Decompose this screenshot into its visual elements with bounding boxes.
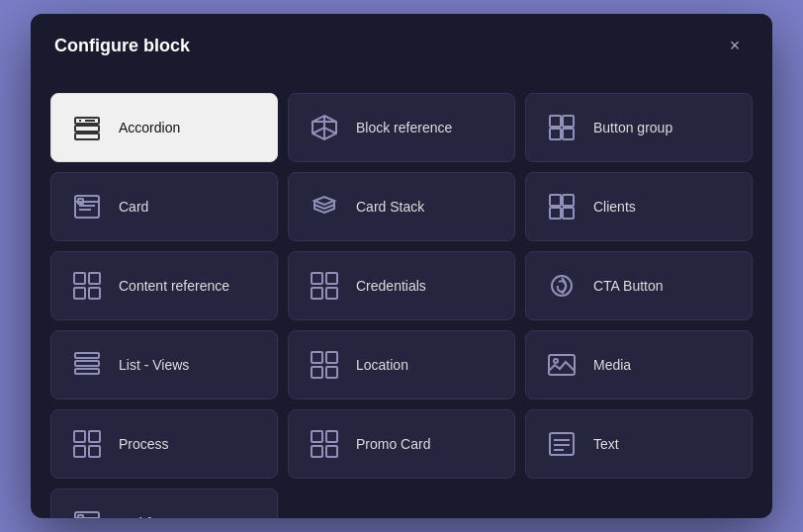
card-label: Card: [119, 198, 148, 216]
svg-rect-33: [326, 367, 337, 378]
modal-body: Accordion Block reference Button group C…: [31, 77, 772, 518]
process-label: Process: [119, 435, 169, 453]
webform-icon: [69, 505, 105, 518]
modal-title: Configure block: [54, 36, 190, 56]
cta-button-label: CTA Button: [593, 277, 664, 295]
content-reference-label: Content reference: [119, 277, 229, 295]
svg-rect-19: [89, 273, 100, 284]
svg-rect-15: [563, 195, 574, 206]
svg-rect-41: [326, 431, 337, 442]
block-item-card-stack[interactable]: Card Stack: [288, 172, 515, 241]
credentials-icon: [307, 268, 342, 304]
svg-rect-40: [312, 431, 322, 442]
text-icon: [544, 426, 580, 462]
blocks-grid: Accordion Block reference Button group C…: [50, 93, 753, 518]
block-item-accordion[interactable]: Accordion: [50, 93, 278, 162]
svg-rect-6: [563, 116, 574, 127]
clients-label: Clients: [593, 198, 636, 216]
block-item-block-reference[interactable]: Block reference: [288, 93, 515, 162]
button-group-icon: [544, 110, 580, 145]
content-reference-icon: [69, 268, 105, 304]
svg-rect-21: [89, 288, 100, 299]
svg-rect-38: [74, 446, 85, 457]
svg-rect-14: [550, 195, 561, 206]
card-icon: [69, 189, 105, 224]
list-views-label: List - Views: [119, 356, 189, 374]
webform-label: Webform: [119, 514, 175, 518]
block-item-cta-button[interactable]: CTA Button: [525, 251, 753, 320]
card-stack-label: Card Stack: [356, 198, 424, 216]
block-item-list-views[interactable]: List - Views: [50, 330, 278, 399]
svg-rect-30: [312, 352, 322, 363]
block-item-webform[interactable]: Webform: [50, 488, 278, 518]
block-item-button-group[interactable]: Button group: [525, 93, 753, 162]
block-reference-icon: [307, 110, 342, 145]
clients-icon: [544, 189, 580, 224]
svg-rect-43: [326, 446, 337, 457]
svg-rect-36: [74, 431, 85, 442]
svg-rect-29: [75, 369, 99, 374]
modal-header: Configure block ×: [31, 14, 772, 77]
block-item-media[interactable]: Media: [525, 330, 753, 399]
svg-rect-39: [89, 446, 100, 457]
block-item-location[interactable]: Location: [288, 330, 515, 399]
media-icon: [544, 347, 580, 383]
block-item-content-reference[interactable]: Content reference: [50, 251, 278, 320]
location-label: Location: [356, 356, 408, 374]
svg-rect-27: [75, 353, 99, 358]
block-item-clients[interactable]: Clients: [525, 172, 753, 241]
block-item-process[interactable]: Process: [50, 409, 278, 479]
location-icon: [307, 347, 342, 383]
close-button[interactable]: ×: [721, 32, 749, 59]
credentials-label: Credentials: [356, 277, 426, 295]
block-item-card[interactable]: Card: [50, 172, 278, 241]
svg-rect-22: [312, 273, 322, 284]
process-icon: [69, 426, 105, 462]
svg-rect-23: [326, 273, 337, 284]
svg-rect-3: [75, 126, 99, 132]
svg-rect-28: [75, 361, 99, 366]
block-item-credentials[interactable]: Credentials: [288, 251, 515, 320]
svg-rect-8: [563, 129, 574, 139]
svg-rect-34: [549, 355, 575, 375]
card-stack-icon: [307, 189, 342, 224]
configure-block-modal: Configure block × Accordion Block refere…: [31, 14, 772, 518]
svg-rect-18: [74, 273, 85, 284]
button-group-label: Button group: [593, 119, 672, 136]
accordion-icon: [69, 110, 105, 145]
svg-rect-25: [326, 288, 337, 299]
promo-card-label: Promo Card: [356, 435, 430, 453]
promo-card-icon: [307, 426, 342, 462]
svg-rect-31: [326, 352, 337, 363]
svg-rect-20: [74, 288, 85, 299]
svg-rect-16: [550, 208, 561, 219]
svg-rect-5: [550, 116, 561, 127]
list-views-icon: [69, 347, 105, 383]
svg-point-35: [554, 359, 558, 363]
text-label: Text: [593, 435, 619, 453]
svg-rect-32: [312, 367, 322, 378]
block-item-promo-card[interactable]: Promo Card: [288, 409, 515, 479]
block-reference-label: Block reference: [356, 119, 452, 136]
svg-rect-42: [312, 446, 322, 457]
svg-rect-37: [89, 431, 100, 442]
svg-rect-7: [550, 129, 561, 139]
svg-rect-17: [563, 208, 574, 219]
svg-rect-24: [312, 288, 322, 299]
svg-rect-4: [75, 133, 99, 139]
accordion-label: Accordion: [119, 119, 180, 136]
cta-button-icon: [544, 268, 580, 304]
media-label: Media: [593, 356, 631, 374]
block-item-text[interactable]: Text: [525, 409, 753, 479]
